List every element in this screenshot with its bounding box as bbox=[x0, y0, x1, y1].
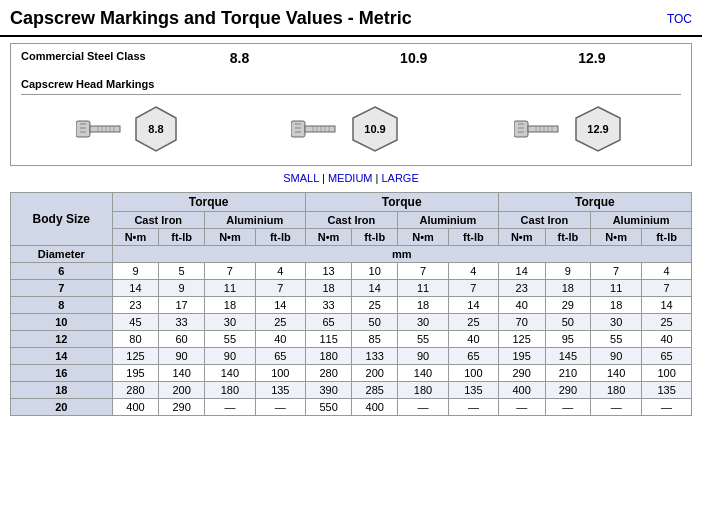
medium-link[interactable]: MEDIUM bbox=[328, 172, 373, 184]
cell-value: 115 bbox=[305, 331, 352, 348]
cell-value: 95 bbox=[545, 331, 591, 348]
cell-value: 18 bbox=[545, 280, 591, 297]
cell-value: 50 bbox=[545, 314, 591, 331]
cell-value: 14 bbox=[352, 280, 398, 297]
cell-value: 7 bbox=[255, 280, 305, 297]
svg-rect-12 bbox=[291, 121, 305, 137]
cell-mm: 16 bbox=[11, 365, 113, 382]
cell-value: — bbox=[498, 399, 545, 416]
table-header-row-3: N•m ft-lb N•m ft-lb N•m ft-lb N•m ft-lb … bbox=[11, 229, 692, 246]
cell-value: 65 bbox=[255, 348, 305, 365]
cell-value: 4 bbox=[255, 263, 305, 280]
cell-value: 7 bbox=[398, 263, 449, 280]
cell-value: 4 bbox=[642, 263, 692, 280]
cell-value: 9 bbox=[159, 280, 205, 297]
cell-value: 9 bbox=[112, 263, 159, 280]
torque-header-3: Torque bbox=[498, 193, 691, 212]
unit-ftlb-4: ft-lb bbox=[449, 229, 499, 246]
cell-value: 4 bbox=[449, 263, 499, 280]
cell-value: 14 bbox=[642, 297, 692, 314]
unit-nm-2: N•m bbox=[204, 229, 255, 246]
cast-iron-2: Cast Iron bbox=[305, 212, 397, 229]
cell-value: 7 bbox=[204, 263, 255, 280]
table-row: 1412590906518013390651951459065 bbox=[11, 348, 692, 365]
cell-value: 400 bbox=[498, 382, 545, 399]
cell-value: 18 bbox=[398, 297, 449, 314]
cell-value: — bbox=[545, 399, 591, 416]
cell-value: 90 bbox=[398, 348, 449, 365]
cell-value: 18 bbox=[591, 297, 642, 314]
cell-value: 290 bbox=[498, 365, 545, 382]
diagram-box: Commercial Steel Class Capscrew Head Mar… bbox=[10, 43, 692, 166]
cell-value: 30 bbox=[591, 314, 642, 331]
cell-mm: 8 bbox=[11, 297, 113, 314]
cell-value: 135 bbox=[449, 382, 499, 399]
cell-value: 400 bbox=[352, 399, 398, 416]
svg-rect-0 bbox=[76, 121, 90, 137]
cell-value: 7 bbox=[642, 280, 692, 297]
cell-value: 40 bbox=[255, 331, 305, 348]
cell-value: 100 bbox=[449, 365, 499, 382]
cell-value: 25 bbox=[449, 314, 499, 331]
class-label: Commercial Steel Class bbox=[21, 50, 154, 62]
cell-value: 280 bbox=[305, 365, 352, 382]
table-body: 6957413107414974714911718141172318117823… bbox=[11, 263, 692, 416]
class-8-8: 8.8 bbox=[230, 50, 249, 66]
cell-value: — bbox=[255, 399, 305, 416]
cell-value: 65 bbox=[449, 348, 499, 365]
unit-nm-1: N•m bbox=[112, 229, 159, 246]
large-link[interactable]: LARGE bbox=[381, 172, 418, 184]
cell-value: 13 bbox=[305, 263, 352, 280]
diagram-images: 8.8 10.9 bbox=[21, 99, 681, 159]
cell-value: 90 bbox=[159, 348, 205, 365]
cell-mm: 7 bbox=[11, 280, 113, 297]
unit-mm: mm bbox=[112, 246, 691, 263]
bolt-svg-2 bbox=[291, 111, 343, 147]
cell-value: 14 bbox=[112, 280, 159, 297]
unit-ftlb-6: ft-lb bbox=[642, 229, 692, 246]
unit-nm-5: N•m bbox=[498, 229, 545, 246]
cell-value: 11 bbox=[591, 280, 642, 297]
small-link[interactable]: SMALL bbox=[283, 172, 319, 184]
cell-value: 14 bbox=[255, 297, 305, 314]
cell-value: 18 bbox=[305, 280, 352, 297]
cell-value: 40 bbox=[642, 331, 692, 348]
table-header-row-diameter: Diameter mm bbox=[11, 246, 692, 263]
cell-value: 65 bbox=[642, 348, 692, 365]
cell-value: 140 bbox=[204, 365, 255, 382]
pipe-2: | bbox=[376, 172, 379, 184]
cell-value: 33 bbox=[159, 314, 205, 331]
cell-value: 30 bbox=[398, 314, 449, 331]
cell-value: 140 bbox=[159, 365, 205, 382]
bolt-group-1: 8.8 bbox=[76, 105, 180, 153]
page-title: Capscrew Markings and Torque Values - Me… bbox=[10, 8, 412, 29]
cell-value: 125 bbox=[498, 331, 545, 348]
unit-nm-6: N•m bbox=[591, 229, 642, 246]
cell-value: 60 bbox=[159, 331, 205, 348]
table-row: 16195140140100280200140100290210140100 bbox=[11, 365, 692, 382]
cell-value: 80 bbox=[112, 331, 159, 348]
table-header-row-2: Cast Iron Aluminium Cast Iron Aluminium … bbox=[11, 212, 692, 229]
aluminium-1: Aluminium bbox=[204, 212, 305, 229]
torque-table: Body Size Torque Torque Torque Cast Iron… bbox=[10, 192, 692, 416]
unit-ftlb-2: ft-lb bbox=[255, 229, 305, 246]
toc-link[interactable]: TOC bbox=[667, 12, 692, 26]
cell-mm: 6 bbox=[11, 263, 113, 280]
svg-rect-25 bbox=[528, 126, 558, 132]
aluminium-2: Aluminium bbox=[398, 212, 499, 229]
cell-mm: 14 bbox=[11, 348, 113, 365]
cell-value: 45 bbox=[112, 314, 159, 331]
pipe-1: | bbox=[322, 172, 325, 184]
size-links: SMALL | MEDIUM | LARGE bbox=[0, 172, 702, 184]
svg-text:8.8: 8.8 bbox=[149, 123, 164, 135]
cell-value: 210 bbox=[545, 365, 591, 382]
head-markings-label: Capscrew Head Markings bbox=[21, 78, 154, 90]
cell-value: 25 bbox=[255, 314, 305, 331]
cell-value: 29 bbox=[545, 297, 591, 314]
class-10-9: 10.9 bbox=[400, 50, 427, 66]
hex-12-9: 12.9 bbox=[570, 105, 626, 153]
cell-value: 195 bbox=[112, 365, 159, 382]
cell-value: 23 bbox=[112, 297, 159, 314]
cell-value: 10 bbox=[352, 263, 398, 280]
cell-value: 90 bbox=[204, 348, 255, 365]
